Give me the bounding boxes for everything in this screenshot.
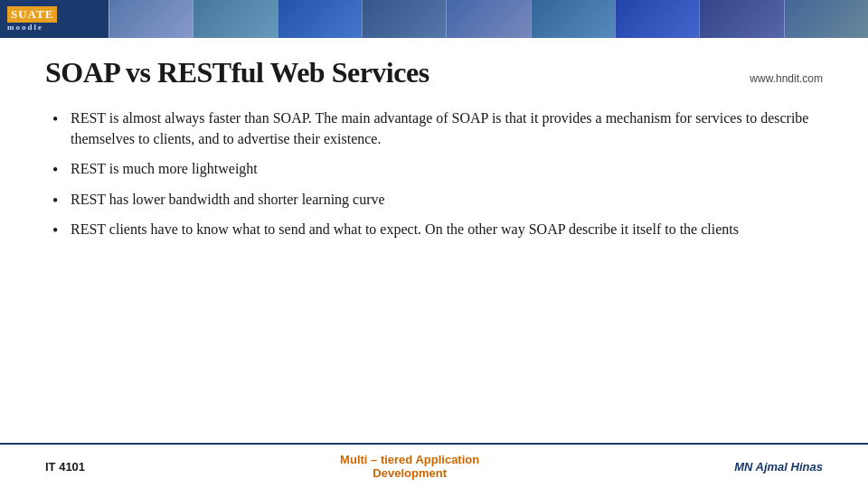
list-item: REST is almost always faster than SOAP. … (45, 108, 823, 149)
footer-center: Multi – tiered Application Development (340, 453, 479, 480)
list-item: REST clients have to know what to send a… (45, 219, 823, 239)
logo-box: SUATE moodle (7, 6, 57, 32)
banner-img-5 (446, 0, 530, 38)
page-title: SOAP vs RESTful Web Services (45, 56, 429, 89)
banner-img-6 (531, 0, 615, 38)
top-banner: SUATE moodle (0, 0, 868, 38)
banner-img-2 (193, 0, 277, 38)
footer-left: IT 4101 (45, 460, 85, 474)
banner-img-3 (278, 0, 362, 38)
banner-img-7 (615, 0, 699, 38)
logo-suate: SUATE (7, 6, 57, 23)
footer-center-line1: Multi – tiered Application (340, 453, 479, 466)
banner-img-8 (699, 0, 783, 38)
main-content: SOAP vs RESTful Web Services www.hndit.c… (0, 38, 868, 258)
website-url: www.hndit.com (750, 72, 823, 85)
banner-images (108, 0, 868, 38)
banner-img-4 (362, 0, 446, 38)
logo-area: SUATE moodle (0, 0, 108, 38)
list-item: REST is much more lightweight (45, 158, 823, 179)
logo-moodle: moodle (7, 23, 43, 32)
bullet-list: REST is almost always faster than SOAP. … (45, 108, 823, 239)
footer-center-line2: Development (340, 466, 479, 480)
footer-right: MN Ajmal Hinas (734, 460, 823, 474)
footer-bar: IT 4101 Multi – tiered Application Devel… (0, 443, 868, 488)
banner-img-9 (784, 0, 868, 38)
title-row: SOAP vs RESTful Web Services www.hndit.c… (45, 56, 823, 89)
list-item: REST has lower bandwidth and shorter lea… (45, 189, 823, 210)
banner-img-1 (108, 0, 193, 38)
